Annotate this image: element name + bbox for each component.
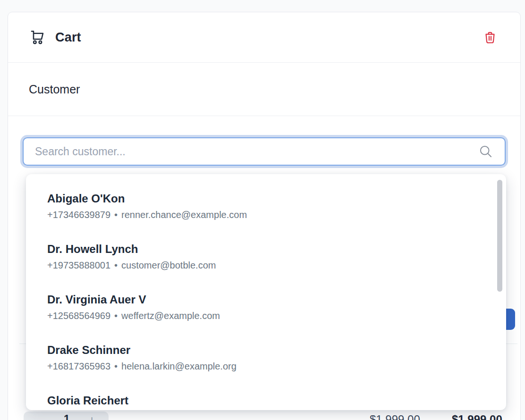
- customer-phone: +12568564969: [47, 311, 110, 321]
- contact-separator: •: [114, 361, 118, 371]
- page-title: Cart: [55, 30, 81, 45]
- customer-name: Gloria Reichert: [47, 394, 485, 407]
- customer-name: Drake Schinner: [47, 344, 485, 357]
- search-icon: [478, 144, 493, 159]
- contact-separator: •: [114, 311, 118, 321]
- customer-result-item[interactable]: Gloria Reichert: [47, 386, 485, 410]
- customer-email: customer@botble.com: [121, 260, 216, 270]
- customer-result-item[interactable]: Abigale O'Kon +17346639879•renner.chance…: [47, 185, 485, 235]
- customer-section: Customer: [8, 63, 520, 116]
- customer-email: helena.larkin@example.org: [121, 361, 237, 371]
- contact-separator: •: [114, 210, 118, 220]
- contact-separator: •: [114, 260, 118, 270]
- trash-icon: [483, 29, 497, 45]
- customer-contact: +17346639879•renner.chance@example.com: [47, 209, 485, 221]
- clear-cart-button[interactable]: [482, 28, 498, 46]
- shopping-cart-icon: [29, 29, 46, 46]
- quantity-increase-button[interactable]: +: [88, 413, 95, 420]
- customer-result-item[interactable]: Dr. Howell Lynch +19735888001•customer@b…: [47, 235, 485, 286]
- quantity-value: 1: [64, 413, 70, 420]
- customer-name: Dr. Howell Lynch: [47, 243, 485, 256]
- customer-name: Dr. Virginia Auer V: [47, 293, 485, 306]
- customer-phone: +17346639879: [47, 210, 110, 220]
- cart-header: Cart: [8, 12, 520, 63]
- customer-phone: +19735888001: [47, 260, 110, 270]
- customer-email: renner.chance@example.com: [121, 210, 247, 220]
- unit-price: $1,999.00: [370, 413, 420, 420]
- customer-results-dropdown: Abigale O'Kon +17346639879•renner.chance…: [26, 174, 506, 410]
- customer-result-item[interactable]: Drake Schinner +16817365963•helena.larki…: [47, 336, 485, 386]
- customer-email: weffertz@example.com: [121, 311, 220, 321]
- customer-contact: +16817365963•helena.larkin@example.org: [47, 360, 485, 373]
- customer-search: [23, 137, 506, 166]
- customer-contact: +12568564969•weffertz@example.com: [47, 310, 485, 322]
- search-customer-input[interactable]: [35, 145, 478, 158]
- dropdown-scrollbar-thumb[interactable]: [497, 180, 502, 292]
- customer-name: Abigale O'Kon: [47, 192, 485, 205]
- pos-cart-screen: Cart Customer 1 + $1,999.00 $1,999.00: [0, 0, 525, 420]
- customer-result-item[interactable]: Dr. Virginia Auer V +12568564969•weffert…: [47, 286, 485, 336]
- customer-contact: +19735888001•customer@botble.com: [47, 259, 485, 272]
- cart-panel: Cart Customer 1 + $1,999.00 $1,999.00: [8, 12, 521, 420]
- total-price: $1,999.00: [452, 413, 502, 420]
- customer-phone: +16817365963: [47, 361, 110, 371]
- customer-search-box: [23, 137, 506, 166]
- customer-section-title: Customer: [29, 83, 80, 96]
